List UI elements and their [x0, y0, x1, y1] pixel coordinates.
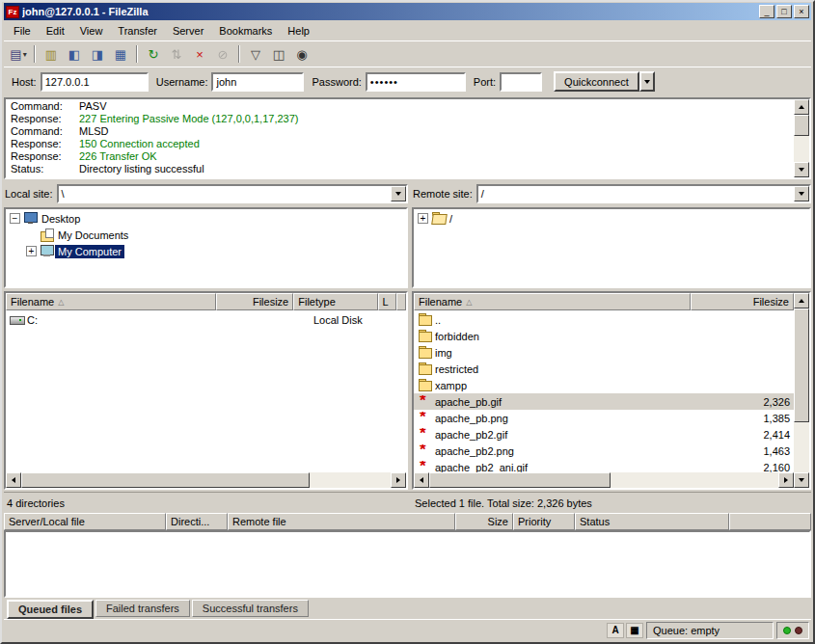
- scroll-track[interactable]: [21, 472, 391, 488]
- file-name: restricted: [435, 363, 478, 375]
- file-row[interactable]: restricted: [414, 361, 794, 377]
- remote-tree-toggle-button[interactable]: ◨: [86, 43, 109, 65]
- scroll-left-button[interactable]: [6, 472, 21, 488]
- column-header-priority[interactable]: Priority: [513, 513, 575, 530]
- column-header-filetype[interactable]: Filetype: [293, 293, 377, 310]
- scroll-left-button[interactable]: [414, 472, 429, 488]
- scroll-track[interactable]: [429, 472, 778, 488]
- scroll-up-button[interactable]: [794, 293, 809, 309]
- file-row[interactable]: ..: [414, 311, 794, 328]
- scroll-thumb[interactable]: [429, 472, 611, 488]
- log-scrollbar[interactable]: [794, 99, 809, 177]
- file-name-cell: img: [414, 346, 691, 359]
- remote-site-dropdown-button[interactable]: [794, 186, 809, 201]
- port-input[interactable]: [500, 72, 542, 92]
- expand-icon[interactable]: +: [418, 213, 428, 224]
- local-tree[interactable]: −DesktopMy Documents+My Computer: [4, 207, 408, 288]
- message-log-toggle-button[interactable]: ▥: [40, 43, 63, 65]
- username-input[interactable]: [211, 72, 304, 92]
- column-header-l[interactable]: L: [378, 293, 396, 310]
- menu-item-transfer[interactable]: Transfer: [110, 23, 165, 39]
- local-site-combo[interactable]: \: [57, 184, 408, 203]
- tree-item[interactable]: My Documents: [6, 227, 406, 243]
- queue-toggle-button[interactable]: ▦: [109, 43, 132, 65]
- scroll-thumb[interactable]: [21, 472, 310, 488]
- menu-item-server[interactable]: Server: [165, 23, 211, 39]
- close-button[interactable]: ×: [794, 5, 809, 18]
- scroll-down-button[interactable]: [794, 162, 809, 177]
- file-name-cell: apache_pb2.png: [414, 444, 691, 457]
- tab-successful-transfers[interactable]: Successful transfers: [192, 600, 309, 617]
- tab-queued-files[interactable]: Queued files: [7, 600, 94, 619]
- collapse-icon[interactable]: −: [10, 213, 20, 224]
- local-tree-toggle-button[interactable]: ◧: [63, 43, 86, 65]
- find-files-button[interactable]: ◉: [290, 43, 313, 65]
- file-row[interactable]: C:Local Disk: [6, 311, 406, 328]
- scroll-track[interactable]: [794, 309, 809, 472]
- column-header-filesize[interactable]: Filesize: [216, 293, 293, 310]
- tree-item[interactable]: +My Computer: [6, 243, 406, 259]
- file-name-cell: apache_pb2_ani.gif: [414, 461, 691, 472]
- socket-indicator-icon[interactable]: ▦: [626, 623, 643, 638]
- remote-site-combo[interactable]: /: [476, 184, 811, 203]
- file-row[interactable]: apache_pb.png1,385: [414, 410, 794, 426]
- tree-item[interactable]: +/: [414, 210, 809, 227]
- file-name: ..: [435, 314, 441, 326]
- remote-horizontal-scrollbar[interactable]: [414, 472, 794, 488]
- title-bar[interactable]: Fz john@127.0.0.1 - FileZilla _□×: [4, 3, 811, 20]
- remote-file-list-body[interactable]: ..forbiddenimgrestrictedxamppapache_pb.g…: [414, 310, 794, 472]
- queue-body[interactable]: [4, 530, 811, 598]
- scroll-down-button[interactable]: [794, 472, 809, 488]
- expand-icon[interactable]: +: [26, 246, 37, 256]
- tab-failed-transfers[interactable]: Failed transfers: [95, 600, 190, 617]
- scroll-right-button[interactable]: [778, 472, 794, 488]
- scroll-up-button[interactable]: [794, 99, 809, 115]
- cancel-button[interactable]: ×: [188, 43, 211, 65]
- menu-item-file[interactable]: File: [6, 23, 39, 39]
- scroll-thumb[interactable]: [794, 309, 809, 422]
- file-row[interactable]: apache_pb2_ani.gif2,160: [414, 459, 794, 472]
- local-file-list-body[interactable]: C:Local Disk: [6, 310, 406, 472]
- quickconnect-button[interactable]: Quickconnect: [554, 71, 639, 92]
- transfer-type-icon[interactable]: A: [607, 623, 624, 638]
- dropdown-arrow-icon: [644, 80, 650, 84]
- column-header-directi[interactable]: Directi...: [166, 513, 228, 530]
- refresh-button[interactable]: ↻: [142, 43, 165, 65]
- file-row[interactable]: img: [414, 344, 794, 361]
- column-header-remote-file[interactable]: Remote file: [228, 513, 455, 530]
- column-header-status[interactable]: Status: [575, 513, 729, 530]
- minimize-button[interactable]: _: [759, 5, 774, 18]
- scroll-thumb[interactable]: [794, 115, 809, 136]
- file-size-cell: 2,326: [691, 396, 794, 408]
- directory-comparison-button[interactable]: ◫: [267, 43, 290, 65]
- local-horizontal-scrollbar[interactable]: [6, 472, 406, 488]
- menu-item-edit[interactable]: Edit: [39, 23, 72, 39]
- filter-button[interactable]: ▽: [244, 43, 267, 65]
- column-header-filename[interactable]: Filename△: [414, 293, 691, 310]
- maximize-button[interactable]: □: [776, 5, 792, 18]
- menu-item-bookmarks[interactable]: Bookmarks: [211, 23, 280, 39]
- scroll-track[interactable]: [794, 115, 809, 162]
- filezilla-window: Fz john@127.0.0.1 - FileZilla _□× FileEd…: [0, 0, 815, 644]
- password-input[interactable]: [366, 72, 466, 92]
- quickconnect-dropdown-button[interactable]: [639, 71, 655, 92]
- column-header-server-local-file[interactable]: Server/Local file: [4, 513, 166, 530]
- remote-vertical-scrollbar[interactable]: [794, 293, 809, 488]
- host-input[interactable]: [41, 72, 149, 92]
- local-site-dropdown-button[interactable]: [391, 186, 406, 201]
- column-header-filesize[interactable]: Filesize: [691, 293, 794, 310]
- menu-item-view[interactable]: View: [72, 23, 111, 39]
- file-row[interactable]: forbidden: [414, 328, 794, 344]
- file-row[interactable]: apache_pb.gif2,326: [414, 393, 794, 410]
- column-header-size[interactable]: Size: [455, 513, 513, 530]
- column-header-filename[interactable]: Filename△: [6, 293, 216, 310]
- remote-tree[interactable]: +/: [412, 207, 811, 288]
- file-row[interactable]: apache_pb2.png1,463: [414, 443, 794, 459]
- scroll-right-button[interactable]: [391, 472, 406, 488]
- tree-item[interactable]: −Desktop: [6, 210, 406, 227]
- file-row[interactable]: apache_pb2.gif2,414: [414, 426, 794, 443]
- file-row[interactable]: xampp: [414, 377, 794, 393]
- menu-item-help[interactable]: Help: [280, 23, 317, 39]
- site-manager-button[interactable]: ▤▾: [7, 43, 30, 65]
- log-line: Response:150 Connection accepted: [6, 138, 794, 150]
